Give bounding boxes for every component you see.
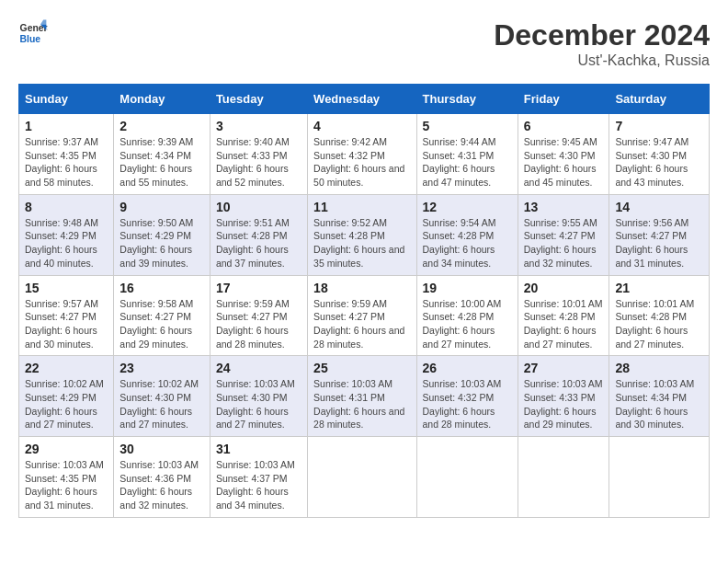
calendar-cell: 7 Sunrise: 9:47 AMSunset: 4:30 PMDayligh… [609, 114, 710, 195]
calendar-cell: 17 Sunrise: 9:59 AMSunset: 4:27 PMDaylig… [210, 275, 307, 356]
calendar-cell: 21 Sunrise: 10:01 AMSunset: 4:28 PMDayli… [609, 275, 710, 356]
calendar-cell [609, 437, 710, 518]
day-detail: Sunrise: 9:55 AMSunset: 4:27 PMDaylight:… [524, 216, 604, 270]
day-detail: Sunrise: 10:03 AMSunset: 4:32 PMDaylight… [423, 377, 512, 431]
day-detail: Sunrise: 9:57 AMSunset: 4:27 PMDaylight:… [25, 297, 108, 351]
day-number: 9 [119, 200, 204, 214]
calendar-cell: 12 Sunrise: 9:54 AMSunset: 4:28 PMDaylig… [416, 194, 518, 275]
day-number: 8 [25, 200, 108, 214]
calendar-cell: 10 Sunrise: 9:51 AMSunset: 4:28 PMDaylig… [210, 194, 307, 275]
day-number: 14 [615, 200, 703, 214]
calendar-cell: 11 Sunrise: 9:52 AMSunset: 4:28 PMDaylig… [308, 194, 416, 275]
header-day: Monday [114, 85, 210, 114]
day-detail: Sunrise: 10:02 AMSunset: 4:29 PMDaylight… [25, 377, 108, 431]
calendar-cell: 24 Sunrise: 10:03 AMSunset: 4:30 PMDayli… [210, 356, 307, 437]
day-detail: Sunrise: 9:40 AMSunset: 4:33 PMDaylight:… [216, 135, 301, 190]
header-day: Thursday [416, 85, 518, 114]
calendar-cell: 13 Sunrise: 9:55 AMSunset: 4:27 PMDaylig… [518, 194, 609, 275]
day-number: 4 [313, 119, 410, 133]
day-detail: Sunrise: 10:01 AMSunset: 4:28 PMDaylight… [524, 297, 604, 351]
svg-marker-3 [40, 20, 46, 25]
day-number: 18 [313, 281, 410, 295]
header-row: SundayMondayTuesdayWednesdayThursdayFrid… [19, 85, 710, 114]
calendar-cell: 28 Sunrise: 10:03 AMSunset: 4:34 PMDayli… [609, 356, 710, 437]
main-title: December 2024 [494, 18, 710, 52]
day-detail: Sunrise: 9:47 AMSunset: 4:30 PMDaylight:… [615, 135, 703, 190]
day-detail: Sunrise: 9:59 AMSunset: 4:27 PMDaylight:… [313, 297, 410, 351]
day-detail: Sunrise: 9:52 AMSunset: 4:28 PMDaylight:… [313, 216, 410, 270]
day-number: 17 [216, 281, 301, 295]
calendar-cell: 9 Sunrise: 9:50 AMSunset: 4:29 PMDayligh… [114, 194, 210, 275]
day-number: 30 [119, 442, 204, 456]
day-detail: Sunrise: 9:45 AMSunset: 4:30 PMDaylight:… [524, 135, 604, 190]
day-detail: Sunrise: 10:02 AMSunset: 4:30 PMDaylight… [119, 377, 204, 431]
day-number: 12 [423, 200, 512, 214]
day-number: 25 [313, 361, 410, 375]
calendar-cell: 26 Sunrise: 10:03 AMSunset: 4:32 PMDayli… [416, 356, 518, 437]
calendar-cell: 31 Sunrise: 10:03 AMSunset: 4:37 PMDayli… [210, 437, 307, 518]
calendar-week-row: 22 Sunrise: 10:02 AMSunset: 4:29 PMDayli… [19, 356, 710, 437]
day-number: 1 [25, 119, 108, 133]
svg-text:Blue: Blue [20, 34, 41, 44]
calendar-cell: 14 Sunrise: 9:56 AMSunset: 4:27 PMDaylig… [609, 194, 710, 275]
calendar-week-row: 15 Sunrise: 9:57 AMSunset: 4:27 PMDaylig… [19, 275, 710, 356]
day-detail: Sunrise: 9:59 AMSunset: 4:27 PMDaylight:… [216, 297, 301, 351]
calendar-cell: 18 Sunrise: 9:59 AMSunset: 4:27 PMDaylig… [308, 275, 416, 356]
calendar-cell: 30 Sunrise: 10:03 AMSunset: 4:36 PMDayli… [114, 437, 210, 518]
day-number: 5 [423, 119, 512, 133]
calendar-cell: 2 Sunrise: 9:39 AMSunset: 4:34 PMDayligh… [114, 114, 210, 195]
day-number: 31 [216, 442, 301, 456]
day-detail: Sunrise: 9:58 AMSunset: 4:27 PMDaylight:… [119, 297, 204, 351]
day-number: 15 [25, 281, 108, 295]
day-number: 29 [25, 442, 108, 456]
day-detail: Sunrise: 9:44 AMSunset: 4:31 PMDaylight:… [423, 135, 512, 190]
day-detail: Sunrise: 10:03 AMSunset: 4:36 PMDaylight… [119, 458, 204, 512]
day-number: 28 [615, 361, 703, 375]
day-detail: Sunrise: 10:03 AMSunset: 4:33 PMDaylight… [524, 377, 604, 431]
day-detail: Sunrise: 9:54 AMSunset: 4:28 PMDaylight:… [423, 216, 512, 270]
calendar-cell: 23 Sunrise: 10:02 AMSunset: 4:30 PMDayli… [114, 356, 210, 437]
calendar-cell: 1 Sunrise: 9:37 AMSunset: 4:35 PMDayligh… [19, 114, 114, 195]
title-section: December 2024 Ust'-Kachka, Russia [494, 18, 710, 69]
calendar-cell: 20 Sunrise: 10:01 AMSunset: 4:28 PMDayli… [518, 275, 609, 356]
calendar-cell: 8 Sunrise: 9:48 AMSunset: 4:29 PMDayligh… [19, 194, 114, 275]
day-detail: Sunrise: 9:42 AMSunset: 4:32 PMDaylight:… [313, 135, 410, 190]
calendar-cell: 4 Sunrise: 9:42 AMSunset: 4:32 PMDayligh… [308, 114, 416, 195]
day-detail: Sunrise: 10:03 AMSunset: 4:30 PMDaylight… [216, 377, 301, 431]
day-number: 19 [423, 281, 512, 295]
calendar-cell: 6 Sunrise: 9:45 AMSunset: 4:30 PMDayligh… [518, 114, 609, 195]
calendar-cell: 25 Sunrise: 10:03 AMSunset: 4:31 PMDayli… [308, 356, 416, 437]
day-detail: Sunrise: 10:03 AMSunset: 4:37 PMDaylight… [216, 458, 301, 512]
calendar-cell: 29 Sunrise: 10:03 AMSunset: 4:35 PMDayli… [19, 437, 114, 518]
header-day: Sunday [19, 85, 114, 114]
calendar-cell [518, 437, 609, 518]
logo-icon: General Blue [18, 18, 48, 48]
calendar-cell: 16 Sunrise: 9:58 AMSunset: 4:27 PMDaylig… [114, 275, 210, 356]
calendar-cell: 27 Sunrise: 10:03 AMSunset: 4:33 PMDayli… [518, 356, 609, 437]
day-number: 3 [216, 119, 301, 133]
day-number: 13 [524, 200, 604, 214]
calendar-cell [308, 437, 416, 518]
calendar-week-row: 29 Sunrise: 10:03 AMSunset: 4:35 PMDayli… [19, 437, 710, 518]
day-number: 24 [216, 361, 301, 375]
day-detail: Sunrise: 9:51 AMSunset: 4:28 PMDaylight:… [216, 216, 301, 270]
day-number: 6 [524, 119, 604, 133]
day-number: 23 [119, 361, 204, 375]
day-detail: Sunrise: 9:39 AMSunset: 4:34 PMDaylight:… [119, 135, 204, 190]
calendar-week-row: 8 Sunrise: 9:48 AMSunset: 4:29 PMDayligh… [19, 194, 710, 275]
day-number: 7 [615, 119, 703, 133]
calendar-cell: 22 Sunrise: 10:02 AMSunset: 4:29 PMDayli… [19, 356, 114, 437]
calendar-cell: 19 Sunrise: 10:00 AMSunset: 4:28 PMDayli… [416, 275, 518, 356]
calendar-cell [416, 437, 518, 518]
day-number: 20 [524, 281, 604, 295]
day-number: 22 [25, 361, 108, 375]
calendar-week-row: 1 Sunrise: 9:37 AMSunset: 4:35 PMDayligh… [19, 114, 710, 195]
header-day: Friday [518, 85, 609, 114]
day-number: 16 [119, 281, 204, 295]
day-detail: Sunrise: 10:03 AMSunset: 4:34 PMDaylight… [615, 377, 703, 431]
calendar-table: SundayMondayTuesdayWednesdayThursdayFrid… [18, 84, 710, 518]
calendar-cell: 3 Sunrise: 9:40 AMSunset: 4:33 PMDayligh… [210, 114, 307, 195]
day-detail: Sunrise: 10:03 AMSunset: 4:35 PMDaylight… [25, 458, 108, 512]
day-detail: Sunrise: 9:50 AMSunset: 4:29 PMDaylight:… [119, 216, 204, 270]
calendar-cell: 5 Sunrise: 9:44 AMSunset: 4:31 PMDayligh… [416, 114, 518, 195]
